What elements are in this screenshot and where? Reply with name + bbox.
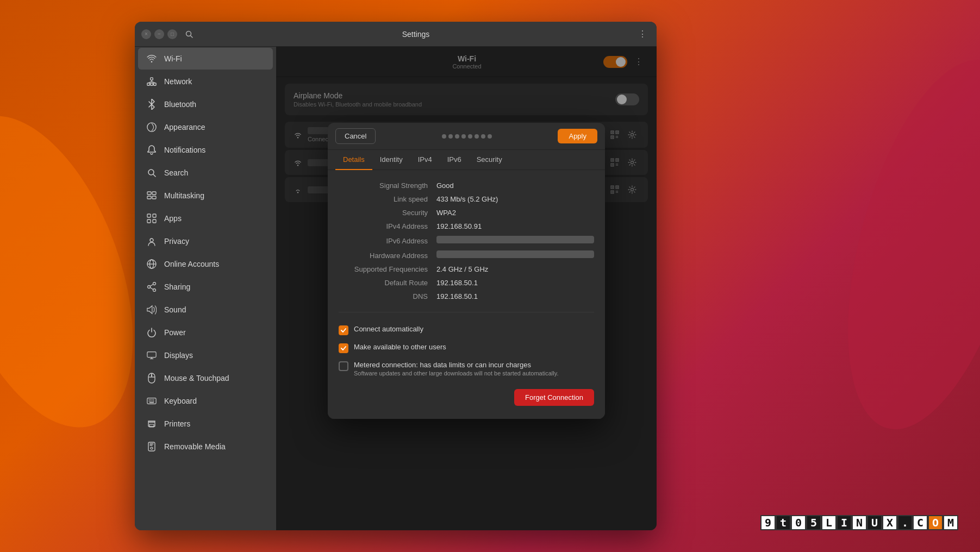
svg-point-24: [153, 283, 156, 285]
metered-connection-checkbox[interactable]: [339, 361, 348, 371]
sidebar-item-wifi-label: Wi-Fi: [164, 54, 182, 63]
close-button[interactable]: ×: [141, 29, 151, 39]
tab-details[interactable]: Details: [335, 150, 372, 170]
available-users-checkbox[interactable]: [339, 343, 348, 353]
window-title: Settings: [197, 30, 635, 39]
sidebar-item-keyboard[interactable]: Keyboard: [138, 390, 273, 412]
svg-rect-14: [147, 196, 151, 199]
ipv4-address-value: 192.168.50.91: [436, 222, 594, 230]
sidebar-item-keyboard-label: Keyboard: [164, 397, 197, 405]
bluetooth-icon: [147, 99, 157, 109]
cancel-button[interactable]: Cancel: [335, 128, 376, 144]
power-icon: [147, 328, 157, 337]
svg-rect-16: [147, 214, 151, 217]
sidebar-item-sharing[interactable]: Sharing: [138, 276, 273, 298]
sidebar-item-search[interactable]: Search: [138, 162, 273, 184]
sidebar-item-sound[interactable]: Sound: [138, 299, 273, 321]
sidebar-item-mouse-touchpad-label: Mouse & Touchpad: [164, 374, 229, 382]
menu-button[interactable]: ⋮: [635, 27, 650, 42]
svg-rect-4: [154, 83, 157, 86]
sound-icon: [147, 305, 157, 315]
dns-label: DNS: [339, 292, 436, 300]
tab-security[interactable]: Security: [469, 150, 510, 170]
security-row: Security WPA2: [339, 206, 594, 219]
sidebar-item-printers[interactable]: Printers: [138, 413, 273, 435]
sidebar-item-online-accounts[interactable]: Online Accounts: [138, 253, 273, 275]
hardware-address-label: Hardware Address: [339, 252, 436, 260]
svg-line-28: [150, 287, 153, 290]
forget-connection-button[interactable]: Forget Connection: [514, 389, 594, 406]
sidebar-item-network-label: Network: [164, 77, 192, 86]
metered-connection-sublabel: Software updates and other large downloa…: [354, 370, 558, 377]
svg-rect-13: [152, 192, 156, 195]
tab-ipv4[interactable]: IPv4: [410, 150, 440, 170]
sidebar-item-bluetooth[interactable]: Bluetooth: [138, 93, 273, 115]
svg-rect-18: [147, 219, 151, 223]
svg-rect-17: [153, 214, 156, 217]
sidebar-item-privacy-label: Privacy: [164, 237, 189, 246]
modal-header: Cancel: [328, 123, 605, 150]
signal-strength-row: Signal Strength Good: [339, 179, 594, 192]
apply-button[interactable]: Apply: [558, 129, 597, 143]
connect-auto-checkbox[interactable]: [339, 325, 348, 335]
sidebar-item-wifi[interactable]: Wi-Fi: [138, 48, 273, 70]
apps-icon: [147, 214, 157, 223]
sidebar-item-power[interactable]: Power: [138, 322, 273, 343]
sidebar-item-apps-label: Apps: [164, 214, 182, 223]
sidebar-item-displays-label: Displays: [164, 351, 193, 360]
ipv6-address-label: IPv6 Address: [339, 237, 436, 245]
maximize-button[interactable]: □: [167, 29, 177, 39]
sidebar-item-appearance-label: Appearance: [164, 123, 205, 131]
security-value: WPA2: [436, 209, 594, 217]
supported-freq-value: 2.4 GHz / 5 GHz: [436, 265, 594, 273]
connection-details-modal: Cancel: [328, 123, 605, 419]
security-label: Security: [339, 209, 436, 217]
svg-rect-5: [151, 78, 153, 80]
search-icon[interactable]: [182, 27, 197, 42]
tab-ipv6[interactable]: IPv6: [440, 150, 469, 170]
mouse-icon: [147, 373, 157, 383]
sidebar-item-notifications[interactable]: Notifications: [138, 139, 273, 161]
svg-point-51: [151, 447, 153, 449]
right-panel: Wi-Fi Connected ⋮ Airplane Mode Disables…: [276, 47, 657, 530]
displays-icon: [147, 350, 157, 360]
sidebar-item-displays[interactable]: Displays: [138, 344, 273, 366]
ipv6-address-row: IPv6 Address: [339, 233, 594, 248]
modal-overlay: Cancel: [276, 47, 657, 530]
titlebar-controls: × − □: [141, 29, 177, 39]
svg-rect-15: [152, 196, 156, 199]
sidebar-item-online-accounts-label: Online Accounts: [164, 260, 219, 268]
default-route-value: 192.168.50.1: [436, 279, 594, 287]
minimize-button[interactable]: −: [154, 29, 164, 39]
modal-body: Signal Strength Good Link speed 433 Mb/s…: [328, 170, 605, 419]
sidebar-item-network[interactable]: Network: [138, 71, 273, 92]
svg-marker-29: [147, 306, 152, 313]
sidebar-item-apps[interactable]: Apps: [138, 208, 273, 229]
sidebar-item-privacy[interactable]: Privacy: [138, 230, 273, 252]
watermark: 9 t 0 5 L I N U X . C O M: [760, 515, 958, 530]
sidebar-item-multitasking[interactable]: Multitasking: [138, 185, 273, 206]
hardware-address-value: [436, 250, 594, 258]
modal-tabs: Details Identity IPv4 IPv6 Security: [328, 150, 605, 170]
svg-rect-12: [147, 192, 151, 195]
svg-rect-38: [147, 398, 156, 404]
svg-point-26: [153, 289, 156, 292]
sidebar-item-bluetooth-label: Bluetooth: [164, 100, 196, 109]
sidebar-item-power-label: Power: [164, 328, 186, 337]
connect-auto-label: Connect automatically: [354, 325, 423, 333]
sidebar-item-sound-label: Sound: [164, 305, 186, 314]
main-content: Wi-Fi Network: [135, 47, 657, 530]
ipv6-address-value: [436, 236, 594, 243]
sidebar-item-removable-media-label: Removable Media: [164, 442, 226, 451]
metered-connection-label: Metered connection: has data limits or c…: [354, 361, 558, 369]
bell-icon: [147, 145, 157, 155]
sidebar-item-mouse-touchpad[interactable]: Mouse & Touchpad: [138, 367, 273, 389]
sidebar-item-removable-media[interactable]: Removable Media: [138, 436, 273, 457]
sidebar-item-appearance[interactable]: Appearance: [138, 116, 273, 138]
online-accounts-icon: [147, 259, 157, 269]
svg-line-1: [191, 35, 193, 37]
svg-line-27: [150, 284, 153, 286]
dns-value: 192.168.50.1: [436, 292, 594, 300]
tab-identity[interactable]: Identity: [372, 150, 410, 170]
sidebar-item-search-label: Search: [164, 168, 188, 177]
